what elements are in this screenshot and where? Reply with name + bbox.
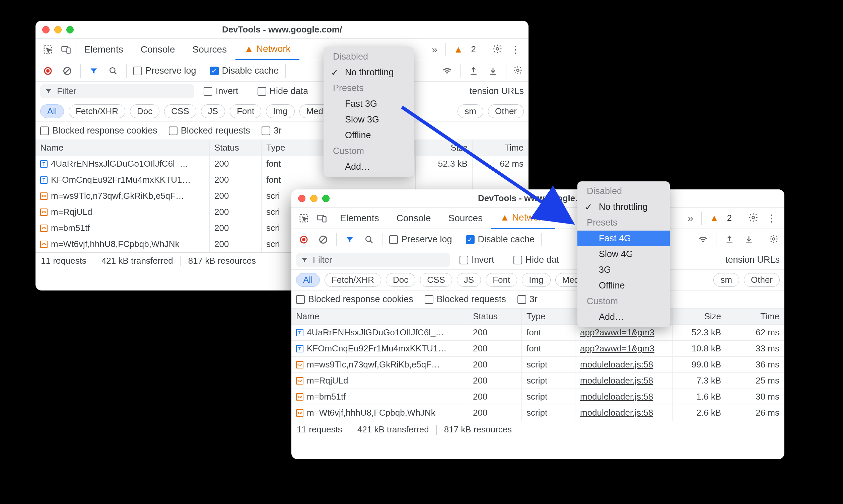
disable-cache-checkbox[interactable]: ✓Disable cache xyxy=(466,234,535,245)
search-icon[interactable] xyxy=(363,235,375,244)
chip-fetch[interactable]: Fetch/XHR xyxy=(69,104,125,118)
third-party-checkbox[interactable]: 3r xyxy=(262,126,282,136)
initiator-link[interactable]: app?awwd=1&gm3 xyxy=(575,325,672,341)
download-icon[interactable] xyxy=(742,235,755,244)
chip-doc[interactable]: Doc xyxy=(130,104,159,118)
menu-item-add[interactable]: Add… xyxy=(577,309,670,325)
tab-sources[interactable]: Sources xyxy=(183,44,235,55)
chip-sm[interactable]: sm xyxy=(457,104,483,118)
table-row[interactable]: <>m=Wt6vjf,hhhU8,FCpbqb,WhJNk xyxy=(35,236,210,252)
record-icon[interactable] xyxy=(41,66,54,76)
menu-item-offline[interactable]: Offline xyxy=(323,127,414,143)
chip-font[interactable]: Font xyxy=(486,273,517,287)
disable-cache-checkbox[interactable]: ✓Disable cache xyxy=(210,66,279,76)
chip-js[interactable]: JS xyxy=(457,273,481,287)
filter-icon[interactable] xyxy=(87,67,100,75)
chip-other[interactable]: Other xyxy=(744,273,780,287)
chip-css[interactable]: CSS xyxy=(420,273,452,287)
table-row[interactable]: T4UaRrENHsxJlGDuGo1OIlJfC6l_… xyxy=(35,156,210,172)
chip-img[interactable]: Img xyxy=(266,104,294,118)
col-name[interactable]: Name xyxy=(292,309,468,325)
table-row[interactable]: <>m=ws9Tlc,n73qwf,GkRiKb,e5qF… xyxy=(292,357,468,373)
chip-doc[interactable]: Doc xyxy=(386,273,415,287)
tab-network[interactable]: ▲Network xyxy=(235,39,299,60)
tab-elements[interactable]: Elements xyxy=(331,213,388,223)
filter-icon[interactable] xyxy=(343,235,356,244)
chip-all[interactable]: All xyxy=(296,273,320,287)
initiator-link[interactable]: moduleloader.js:58 xyxy=(575,373,672,389)
col-time[interactable]: Time xyxy=(726,309,785,325)
warning-icon[interactable]: ▲ xyxy=(710,213,719,223)
upload-icon[interactable] xyxy=(467,67,480,75)
table-row[interactable]: <>m=RqjULd xyxy=(292,373,468,389)
initiator-link[interactable]: app?awwd=1&gm3 xyxy=(575,341,672,357)
col-status[interactable]: Status xyxy=(468,309,522,325)
network-conditions-icon[interactable] xyxy=(697,235,709,245)
preserve-log-checkbox[interactable]: Preserve log xyxy=(389,234,452,245)
table-row[interactable]: <>m=bm51tf xyxy=(35,220,210,236)
table-row[interactable]: <>m=bm51tf xyxy=(292,389,468,405)
blocked-cookies-checkbox[interactable]: Blocked response cookies xyxy=(296,294,413,305)
clear-icon[interactable] xyxy=(61,66,74,76)
throttling-menu-old[interactable]: Disabled No throttling Presets Fast 3G S… xyxy=(323,47,414,177)
warning-icon[interactable]: ▲ xyxy=(454,44,463,55)
invert-checkbox[interactable]: Invert xyxy=(459,255,494,265)
menu-item-slow3g[interactable]: Slow 3G xyxy=(323,112,414,127)
throttling-menu-new[interactable]: Disabled No throttling Presets Fast 4G S… xyxy=(577,181,670,327)
menu-item-fast3g[interactable]: Fast 3G xyxy=(323,96,414,112)
download-icon[interactable] xyxy=(487,67,499,75)
chip-sm[interactable]: sm xyxy=(714,273,739,287)
chip-css[interactable]: CSS xyxy=(164,104,196,118)
blocked-cookies-checkbox[interactable]: Blocked response cookies xyxy=(40,126,157,136)
menu-item-fast4g[interactable]: Fast 4G xyxy=(577,231,670,246)
preserve-log-checkbox[interactable]: Preserve log xyxy=(133,66,196,76)
table-row[interactable]: T4UaRrENHsxJlGDuGo1OIlJfC6l_… xyxy=(292,325,468,341)
menu-item-no-throttling[interactable]: No throttling xyxy=(577,199,670,215)
filter-input[interactable]: Filter xyxy=(296,253,450,267)
table-row[interactable]: <>m=Wt6vjf,hhhU8,FCpbqb,WhJNk xyxy=(292,405,468,421)
initiator-link[interactable]: moduleloader.js:58 xyxy=(575,357,672,373)
menu-item-add[interactable]: Add… xyxy=(323,159,414,175)
col-name[interactable]: Name xyxy=(35,140,210,156)
col-size[interactable]: Size xyxy=(416,140,473,156)
chip-font[interactable]: Font xyxy=(230,104,261,118)
menu-item-offline[interactable]: Offline xyxy=(577,278,670,293)
table-row[interactable]: TKFOmCnqEu92Fr1Mu4mxKKTU1… xyxy=(292,341,468,357)
menu-item-3g[interactable]: 3G xyxy=(577,262,670,278)
inspect-icon[interactable] xyxy=(295,213,313,223)
third-party-checkbox[interactable]: 3r xyxy=(517,294,538,305)
gear-icon[interactable] xyxy=(748,213,758,224)
tab-sources[interactable]: Sources xyxy=(439,213,491,223)
search-icon[interactable] xyxy=(107,67,120,75)
blocked-requests-checkbox[interactable]: Blocked requests xyxy=(169,126,250,136)
chip-all[interactable]: All xyxy=(40,104,64,118)
initiator-link[interactable]: moduleloader.js:58 xyxy=(575,405,672,421)
filter-input[interactable]: Filter xyxy=(40,84,194,98)
network-conditions-icon[interactable] xyxy=(441,66,454,76)
table-row[interactable]: TKFOmCnqEu92Fr1Mu4mxKKTU1… xyxy=(35,172,210,188)
table-row[interactable]: <>m=RqjULd xyxy=(35,204,210,220)
invert-checkbox[interactable]: Invert xyxy=(204,86,239,96)
record-icon[interactable] xyxy=(297,235,310,244)
tab-elements[interactable]: Elements xyxy=(75,44,132,55)
table-row[interactable]: <>m=ws9Tlc,n73qwf,GkRiKb,e5qF… xyxy=(35,188,210,204)
menu-item-slow4g[interactable]: Slow 4G xyxy=(577,246,670,262)
chip-js[interactable]: JS xyxy=(201,104,225,118)
kebab-icon[interactable]: ⋮ xyxy=(510,43,521,55)
inspect-icon[interactable] xyxy=(39,44,57,55)
col-size[interactable]: Size xyxy=(672,309,726,325)
hide-data-checkbox[interactable]: Hide data xyxy=(258,86,309,96)
kebab-icon[interactable]: ⋮ xyxy=(766,212,776,224)
tab-network[interactable]: ▲Network xyxy=(491,208,555,229)
gear-icon[interactable] xyxy=(769,234,778,245)
tab-console[interactable]: Console xyxy=(388,213,440,223)
blocked-requests-checkbox[interactable]: Blocked requests xyxy=(425,294,506,305)
clear-icon[interactable] xyxy=(317,235,330,244)
initiator-link[interactable]: moduleloader.js:58 xyxy=(575,389,672,405)
device-toggle-icon[interactable] xyxy=(57,44,75,55)
col-status[interactable]: Status xyxy=(210,140,262,156)
upload-icon[interactable] xyxy=(723,235,736,244)
gear-icon[interactable] xyxy=(513,66,523,76)
tab-console[interactable]: Console xyxy=(132,44,184,55)
chip-fetch[interactable]: Fetch/XHR xyxy=(324,273,381,287)
